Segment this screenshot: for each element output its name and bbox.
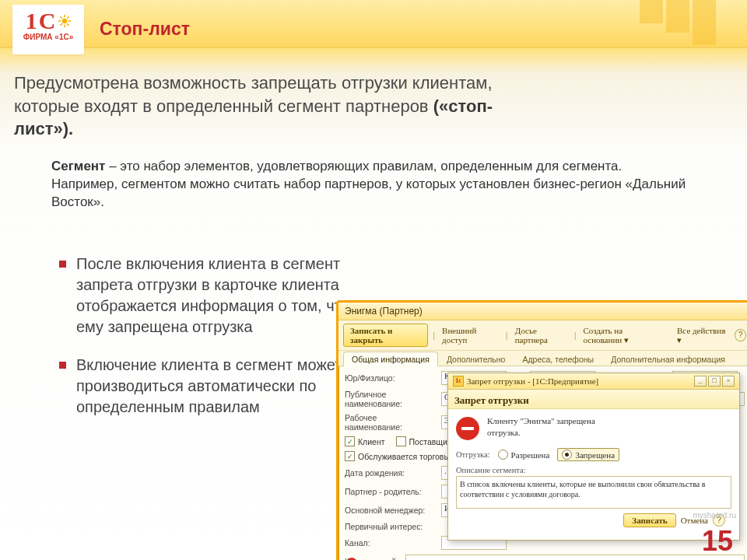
jur-label: Юр/Физлицо: — [345, 373, 437, 383]
brand-name: ФИРМА «1С» — [16, 33, 81, 41]
served-checkbox[interactable]: Обслуживается торговым — [345, 451, 455, 461]
dialog-window-title: Запрет отгрузки - [1С:Предприятие] — [467, 376, 691, 386]
svg-point-0 — [62, 19, 67, 23]
partner-card-window: Энигма (Партнер) Записать и закрыть | Вн… — [336, 300, 747, 560]
save-close-button[interactable]: Записать и закрыть — [343, 324, 428, 347]
toolbar: Записать и закрыть | Внешний доступ | До… — [338, 320, 747, 351]
brand-logo: 1C ФИРМА «1С» — [12, 5, 84, 54]
channel-label: Канал: — [345, 538, 437, 548]
watermark: myshared.ru — [693, 511, 736, 520]
tab-addresses[interactable]: Адреса, телефоны — [514, 352, 602, 366]
slide-title: Стоп-лист — [100, 20, 190, 38]
radio-forbidden[interactable]: Запрещена — [557, 448, 619, 461]
all-actions-link[interactable]: Все действия ▾ — [675, 326, 730, 345]
forbidden-icon — [456, 417, 479, 440]
page-number: 15 — [702, 527, 733, 555]
maximize-button[interactable]: □ — [708, 376, 721, 387]
bullet-item: Включение клиента в сегмент может произв… — [58, 355, 353, 418]
manager-label: Основной менеджер: — [345, 506, 437, 515]
birth-label: Дата рождения: — [345, 468, 437, 478]
help-icon[interactable]: ? — [735, 329, 746, 341]
svg-line-7 — [68, 16, 69, 18]
supplier-checkbox[interactable]: Поставщик — [396, 436, 451, 446]
minimize-button[interactable]: _ — [694, 376, 707, 387]
client-checkbox[interactable]: Клиент — [345, 436, 385, 446]
svg-line-8 — [61, 23, 62, 25]
comment-label: Комментарий: — [345, 557, 401, 560]
segdesc-textarea[interactable]: В список включены клиенты, которые не вы… — [456, 476, 731, 509]
pubname-label: Публичное наименование: — [345, 390, 437, 408]
dialog-message: Клиенту "Энигма" запрещена отгрузка. — [487, 415, 595, 439]
ship-label: Отгрузка: — [456, 450, 490, 459]
external-access-link[interactable]: Внешний доступ — [440, 326, 501, 345]
tab-bar: Общая информация Дополнительно Адреса, т… — [338, 351, 747, 366]
interest-label: Первичный интерес: — [345, 522, 437, 531]
segdesc-label: Описание сегмента: — [456, 466, 731, 474]
bullet-item: После включения клиента в сегмент запрет… — [58, 254, 353, 338]
window-title: Энигма (Партнер) — [338, 303, 747, 320]
svg-line-6 — [68, 23, 69, 25]
dialog-save-button[interactable]: Записать — [623, 513, 675, 527]
tab-extra[interactable]: Дополнительная информация — [602, 352, 734, 366]
svg-line-5 — [61, 16, 62, 18]
create-based-link[interactable]: Создать на основании ▾ — [581, 326, 666, 345]
parent-label: Партнер - родитель: — [345, 487, 437, 496]
radio-allowed[interactable]: Разрешена — [498, 450, 550, 460]
dialog-header: Запрет отгрузки — [448, 390, 739, 409]
comment-input[interactable] — [405, 555, 745, 560]
app-icon: 1c — [453, 376, 464, 387]
segment-definition: Сегмент – это набор элементов, удовлетво… — [51, 158, 689, 212]
tab-general[interactable]: Общая информация — [343, 352, 438, 366]
close-button[interactable]: × — [722, 376, 735, 387]
workname-label: Рабочее наименование: — [345, 413, 437, 432]
intro-text: Предусмотрена возможность запрещать отгр… — [14, 72, 535, 141]
dossier-link[interactable]: Досье партнера — [513, 326, 570, 345]
tab-additional[interactable]: Дополнительно — [438, 352, 514, 366]
